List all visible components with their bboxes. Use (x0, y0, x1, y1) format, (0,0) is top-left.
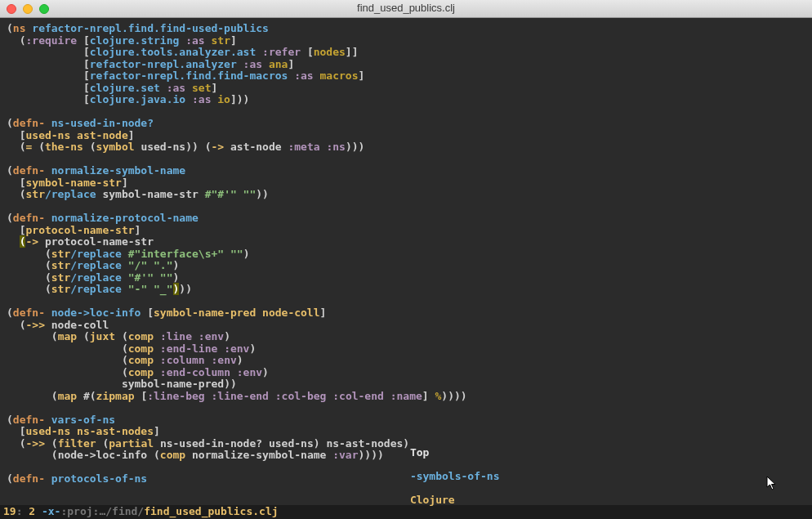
code-line (7, 154, 805, 166)
status-position: Top (410, 446, 429, 459)
status-col: 2 (29, 506, 35, 518)
code-line: (str/replace symbol-name-str #"#'" "")) (7, 189, 805, 201)
code-line (7, 296, 805, 308)
code-line: (comp :end-column :env) (7, 367, 805, 379)
code-line: (ns refactor-nrepl.find.find-used-public… (7, 23, 805, 35)
status-row: 19 (3, 506, 16, 518)
code-line: [refactor-nrepl.analyzer :as ana] (7, 59, 805, 71)
status-bar: 19: 2 -x- :proj:…/find/find_used_publics… (0, 505, 812, 519)
code-line (7, 106, 805, 119)
code-line: (-> protocol-name-str (7, 236, 805, 248)
code-line: (comp :end-line :env) (7, 343, 805, 356)
code-line: [clojure.tools.analyzer.ast :refer [node… (7, 47, 805, 59)
code-line: (map #(zipmap [:line-beg :line-end :col-… (7, 391, 805, 403)
code-line: (str/replace "-" "_"))) (7, 284, 805, 296)
code-line: [protocol-name-str] (7, 225, 805, 237)
status-filename: find_used_publics.clj (144, 506, 278, 518)
code-line: (defn- normalize-protocol-name (7, 213, 805, 225)
code-line: (str/replace #"interface\s+" "") (7, 248, 805, 261)
code-line: (->> node-coll (7, 320, 805, 332)
code-line: (defn- vars-of-ns (7, 414, 805, 427)
status-mode: Clojure (410, 494, 455, 506)
code-line: (defn- node->loc-info [symbol-name-pred … (7, 307, 805, 320)
window-title: find_used_publics.clj (0, 2, 812, 15)
code-line (7, 402, 805, 414)
code-line: (map (juxt (comp :line :env) (7, 331, 805, 343)
code-editor[interactable]: (ns refactor-nrepl.find.find-used-public… (0, 18, 812, 485)
status-path-prefix: :proj:…/find/ (60, 506, 144, 518)
status-flags: -x- (42, 506, 60, 518)
code-line: (defn- ns-used-in-node? (7, 118, 805, 130)
code-line: [used-ns ast-node] (7, 130, 805, 142)
code-line: [clojure.java.io :as io])) (7, 94, 805, 106)
code-line: (str/replace "#'" "") (7, 272, 805, 284)
code-line: [symbol-name-str] (7, 177, 805, 190)
status-fn-context: -symbols-of-ns (410, 470, 500, 482)
code-line: [refactor-nrepl.find.find-macros :as mac… (7, 70, 805, 83)
code-line: (comp :column :env) (7, 355, 805, 367)
window-titlebar: find_used_publics.clj (0, 0, 812, 18)
code-line: (str/replace "/" ".") (7, 260, 805, 272)
code-line: (= (the-ns (symbol used-ns)) (-> ast-nod… (7, 141, 805, 154)
code-line: [clojure.set :as set] (7, 83, 805, 95)
code-line: (:require [clojure.string :as str] (7, 35, 805, 47)
code-line: (defn- normalize-symbol-name (7, 165, 805, 177)
code-line: symbol-name-pred)) (7, 378, 805, 391)
code-line (7, 201, 805, 213)
